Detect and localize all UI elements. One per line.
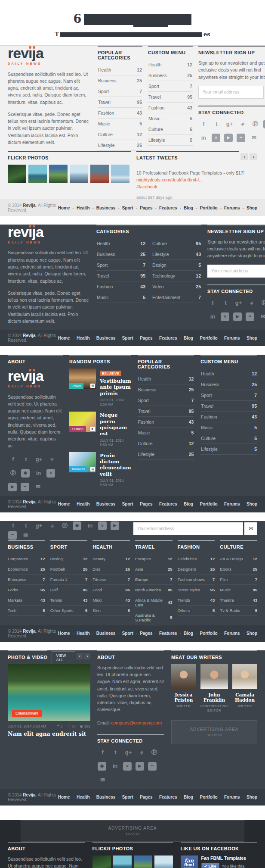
- menu-link[interactable]: Music5: [200, 422, 257, 433]
- category-link[interactable]: Skin5: [92, 606, 130, 616]
- twitter-icon[interactable]: t: [110, 748, 121, 757]
- rss-icon[interactable]: »: [46, 455, 57, 464]
- tweets-next-button[interactable]: ›: [250, 153, 257, 160]
- email-icon[interactable]: ✉: [97, 775, 108, 785]
- google-plus-icon[interactable]: g+: [233, 298, 244, 308]
- post-category-label[interactable]: Travel: [69, 383, 83, 389]
- category-link[interactable]: Fashion shows7: [178, 575, 215, 585]
- category-link[interactable]: Entertainment7: [152, 292, 201, 303]
- footer-nav-link[interactable]: Blog: [184, 795, 193, 799]
- footer-nav-link[interactable]: Forums: [224, 206, 240, 210]
- menu-link[interactable]: Sport7: [200, 390, 257, 401]
- flickr-icon[interactable]: ••: [21, 483, 29, 491]
- footer-nav-link[interactable]: Sport: [122, 795, 133, 799]
- instagram-icon[interactable]: ◉: [21, 469, 30, 478]
- facebook-page-name[interactable]: Fan FBML Templates: [201, 856, 247, 861]
- category-link[interactable]: Music5: [138, 428, 194, 438]
- menu-link[interactable]: Lifestyle5: [148, 135, 193, 146]
- category-link[interactable]: Fashion43: [98, 108, 142, 119]
- footer-nav-link[interactable]: Home: [58, 502, 70, 506]
- category-link[interactable]: Designers25: [178, 564, 215, 575]
- flickr-icon[interactable]: ••: [8, 531, 17, 540]
- category-link[interactable]: Australia & S.Pacific5: [135, 610, 173, 625]
- menu-link[interactable]: Business25: [148, 70, 193, 81]
- footer-nav-link[interactable]: Portfolio: [200, 502, 218, 506]
- linkedin-icon[interactable]: in: [33, 468, 44, 478]
- twitter-icon[interactable]: t: [21, 455, 31, 464]
- footer-nav-link[interactable]: Portfolio: [200, 206, 218, 210]
- flickr-photo[interactable]: [70, 165, 88, 183]
- facebook-icon[interactable]: f: [207, 298, 218, 308]
- footer-nav-link[interactable]: Pages: [140, 631, 152, 636]
- footer-nav-link[interactable]: Shop: [247, 502, 257, 506]
- pinterest-icon[interactable]: ⓟ: [59, 521, 70, 531]
- like-button[interactable]: ✔ Like: [201, 863, 219, 868]
- newsletter-submit-button[interactable]: ✉: [244, 522, 257, 535]
- youtube-icon[interactable]: ▶: [136, 762, 144, 771]
- menu-link[interactable]: Sport7: [148, 81, 193, 92]
- email-icon[interactable]: ✉: [33, 482, 43, 492]
- category-link[interactable]: Health12: [138, 374, 194, 384]
- post-title[interactable]: Proin dictum elementum velit: [100, 453, 131, 478]
- footer-nav-link[interactable]: Pages: [140, 795, 152, 799]
- category-link[interactable]: Video25: [152, 281, 201, 292]
- category-link[interactable]: Diet25: [92, 564, 130, 575]
- footer-nav-link[interactable]: Business: [96, 631, 115, 636]
- footer-nav-link[interactable]: Shop: [247, 336, 257, 340]
- footer-nav-link[interactable]: Health: [77, 206, 90, 210]
- category-link[interactable]: North America95: [135, 585, 173, 595]
- youtube-icon[interactable]: ▶: [111, 521, 119, 530]
- footer-nav-link[interactable]: Features: [159, 631, 177, 636]
- post-title[interactable]: Neque porro quisquam est: [100, 412, 131, 437]
- category-link[interactable]: Sport7: [138, 395, 194, 406]
- instagram-icon[interactable]: ◉: [73, 521, 81, 530]
- footer-nav-link[interactable]: Forums: [224, 502, 240, 506]
- flickr-photo[interactable]: [134, 856, 152, 868]
- vimeo-icon[interactable]: v: [98, 521, 107, 530]
- footer-nav-link[interactable]: Portfolio: [200, 795, 218, 799]
- category-link[interactable]: Health12: [96, 238, 146, 249]
- category-link[interactable]: Celebrities12: [178, 554, 215, 564]
- writer-name[interactable]: John Franklin: [200, 692, 228, 703]
- writer-name[interactable]: Jessica Priston: [171, 692, 196, 703]
- youtube-icon[interactable]: ▶: [233, 312, 242, 321]
- vimeo-icon[interactable]: v: [221, 312, 229, 321]
- instagram-icon[interactable]: ◉: [98, 762, 106, 771]
- category-link[interactable]: Asia25: [135, 564, 173, 575]
- category-link[interactable]: Mind43: [92, 595, 130, 606]
- footer-nav-link[interactable]: Business: [96, 336, 115, 340]
- footer-nav-link[interactable]: Sport: [122, 206, 133, 210]
- facebook-icon[interactable]: f: [97, 748, 108, 757]
- post-category-label[interactable]: Business: [69, 466, 87, 472]
- category-link[interactable]: Corporates12: [8, 554, 45, 564]
- google-plus-icon[interactable]: g+: [34, 521, 44, 531]
- category-link[interactable]: Boxing12: [50, 554, 88, 564]
- youtube-icon[interactable]: ▶: [8, 483, 17, 491]
- category-link[interactable]: Fashion43: [96, 281, 146, 292]
- category-link[interactable]: Tennis43: [50, 595, 88, 606]
- category-link[interactable]: Tech5: [8, 606, 45, 616]
- footer-nav-link[interactable]: Business: [96, 502, 115, 506]
- footer-nav-link[interactable]: Blog: [184, 631, 193, 636]
- category-link[interactable]: Sport7: [98, 86, 142, 97]
- category-link[interactable]: Football25: [50, 564, 88, 575]
- rss-icon[interactable]: »: [246, 298, 257, 308]
- menu-link[interactable]: Fashion43: [148, 103, 193, 113]
- linkedin-icon[interactable]: in: [198, 133, 209, 143]
- view-all-button[interactable]: VIEW ALL: [52, 651, 75, 664]
- footer-nav-link[interactable]: Pages: [140, 206, 152, 210]
- category-link[interactable]: Music95: [220, 585, 257, 595]
- menu-link[interactable]: Fashion43: [200, 412, 257, 422]
- category-link[interactable]: Business25: [138, 384, 194, 395]
- footer-nav-link[interactable]: Blog: [184, 206, 193, 210]
- category-link[interactable]: Business25: [98, 75, 142, 86]
- footer-nav-link[interactable]: Health: [77, 336, 90, 340]
- category-link[interactable]: Beauty12: [92, 554, 130, 564]
- writer-photo[interactable]: [171, 664, 196, 689]
- footer-nav-link[interactable]: Sport: [122, 631, 133, 636]
- revija-logo[interactable]: revıȷa DAILY NEWS: [8, 225, 90, 244]
- category-link[interactable]: Film7: [220, 575, 257, 585]
- photo-category-label[interactable]: Entertainment: [12, 710, 42, 717]
- footer-nav-link[interactable]: Health: [77, 502, 90, 506]
- footer-nav-link[interactable]: Forums: [224, 795, 240, 799]
